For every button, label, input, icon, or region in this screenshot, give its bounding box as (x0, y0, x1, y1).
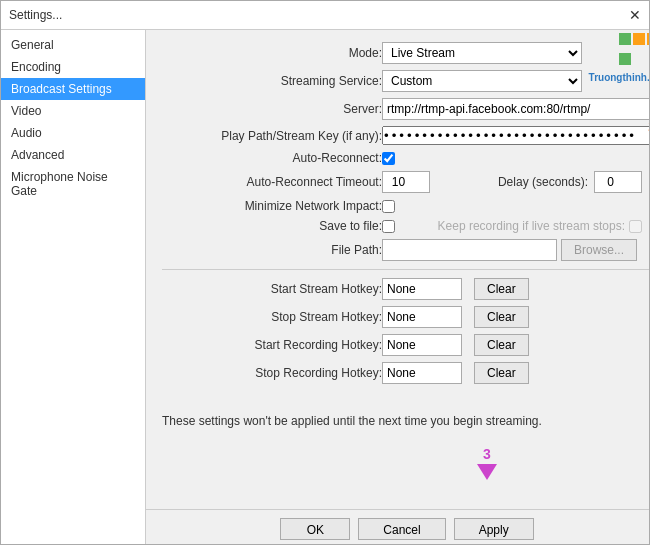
annotation-3: 3 (477, 446, 497, 480)
sidebar-item-general[interactable]: General (1, 34, 145, 56)
save-file-group: Save to file: (162, 219, 438, 233)
timeout-input[interactable] (382, 171, 430, 193)
start-stream-hotkey-input[interactable] (382, 278, 462, 300)
server-control (382, 98, 649, 120)
minimize-network-row: Minimize Network Impact: (162, 199, 649, 213)
sidebar-item-encoding[interactable]: Encoding (1, 56, 145, 78)
annotation-2: 2 (648, 118, 649, 134)
file-path-label: File Path: (162, 243, 382, 257)
annotation-1: 1 (648, 98, 649, 114)
streaming-service-select[interactable]: Custom Twitch YouTube Facebook (382, 70, 582, 92)
cancel-button[interactable]: Cancel (358, 518, 445, 540)
stream-key-row: Play Path/Stream Key (if any): (162, 126, 649, 145)
minimize-network-label: Minimize Network Impact: (162, 199, 382, 213)
sidebar: General Encoding Broadcast Settings Vide… (1, 30, 146, 544)
start-recording-clear-button[interactable]: Clear (474, 334, 529, 356)
server-label: Server: (162, 102, 382, 116)
mode-select[interactable]: Live Stream Record to File (382, 42, 582, 64)
stop-stream-hotkey-input[interactable] (382, 306, 462, 328)
auto-reconnect-label: Auto-Reconnect: (162, 151, 382, 165)
stop-stream-hotkey-label: Stop Stream Hotkey: (162, 310, 382, 324)
stop-stream-clear-button[interactable]: Clear (474, 306, 529, 328)
start-recording-hotkey-label: Start Recording Hotkey: (162, 338, 382, 352)
streaming-service-label: Streaming Service: (162, 74, 382, 88)
browse-button[interactable]: Browse... (561, 239, 637, 261)
timeout-label: Auto-Reconnect Timeout: (162, 175, 382, 189)
start-stream-hotkey-row: Start Stream Hotkey: Clear (162, 278, 649, 300)
stop-recording-clear-button[interactable]: Clear (474, 362, 529, 384)
start-recording-hotkey-input[interactable] (382, 334, 462, 356)
streaming-service-row: Streaming Service: Custom Twitch YouTube… (162, 70, 649, 92)
auto-reconnect-row: Auto-Reconnect: (162, 151, 649, 165)
stop-stream-hotkey-row: Stop Stream Hotkey: Clear (162, 306, 649, 328)
stream-key-label: Play Path/Stream Key (if any): (162, 129, 382, 143)
apply-button[interactable]: Apply (454, 518, 534, 540)
sidebar-item-video[interactable]: Video (1, 100, 145, 122)
mode-control: Live Stream Record to File (382, 42, 649, 64)
timeout-spinbox (382, 171, 430, 193)
title-bar: Settings... ✕ (1, 1, 649, 30)
delay-label: Delay (seconds): (498, 175, 588, 189)
mode-row: Mode: Live Stream Record to File (162, 42, 649, 64)
save-to-file-checkbox[interactable] (382, 220, 395, 233)
timeout-delay-row: Auto-Reconnect Timeout: Delay (seconds): (162, 171, 649, 193)
file-path-input[interactable] (382, 239, 557, 261)
footer-buttons: OK Cancel Apply (146, 509, 649, 544)
server-input[interactable] (382, 98, 649, 120)
timeout-group: Auto-Reconnect Timeout: (162, 171, 498, 193)
auto-reconnect-checkbox[interactable] (382, 152, 395, 165)
stream-key-input[interactable] (382, 126, 649, 145)
stop-recording-hotkey-label: Stop Recording Hotkey: (162, 366, 382, 380)
window-title: Settings... (9, 8, 62, 22)
start-stream-hotkey-label: Start Stream Hotkey: (162, 282, 382, 296)
auto-reconnect-control (382, 152, 649, 165)
minimize-network-control (382, 200, 649, 213)
window-body: General Encoding Broadcast Settings Vide… (1, 30, 649, 544)
sidebar-item-audio[interactable]: Audio (1, 122, 145, 144)
start-stream-clear-button[interactable]: Clear (474, 278, 529, 300)
keep-recording-label: Keep recording if live stream stops: (438, 219, 625, 233)
delay-spinbox (594, 171, 642, 193)
sidebar-item-advanced[interactable]: Advanced (1, 144, 145, 166)
streaming-service-control: Custom Twitch YouTube Facebook (382, 70, 649, 92)
stop-recording-hotkey-control: Clear (382, 362, 649, 384)
ok-button[interactable]: OK (280, 518, 350, 540)
stop-recording-hotkey-row: Stop Recording Hotkey: Clear (162, 362, 649, 384)
keep-recording-checkbox[interactable] (629, 220, 642, 233)
start-stream-hotkey-control: Clear (382, 278, 649, 300)
footer-note: These settings won't be applied until th… (162, 414, 649, 428)
stop-recording-hotkey-input[interactable] (382, 362, 462, 384)
sidebar-item-microphone[interactable]: Microphone Noise Gate (1, 166, 145, 202)
close-button[interactable]: ✕ (629, 7, 641, 23)
server-row: Server: (162, 98, 649, 120)
stream-key-control (382, 126, 649, 145)
save-keep-row: Save to file: Keep recording if live str… (162, 219, 649, 233)
minimize-network-checkbox[interactable] (382, 200, 395, 213)
mode-label: Mode: (162, 46, 382, 60)
file-path-row: File Path: Browse... (162, 239, 649, 261)
keep-recording-group: Keep recording if live stream stops: (438, 219, 649, 233)
main-content: Truongthinh.info 1 2 Mode: Live Stream (146, 30, 649, 509)
file-path-control: Browse... (382, 239, 649, 261)
delay-group: Delay (seconds): (498, 171, 649, 193)
delay-input[interactable] (594, 171, 642, 193)
settings-window: Settings... ✕ General Encoding Broadcast… (0, 0, 650, 545)
start-recording-hotkey-row: Start Recording Hotkey: Clear (162, 334, 649, 356)
save-to-file-label: Save to file: (162, 219, 382, 233)
stop-stream-hotkey-control: Clear (382, 306, 649, 328)
sidebar-item-broadcast[interactable]: Broadcast Settings (1, 78, 145, 100)
start-recording-hotkey-control: Clear (382, 334, 649, 356)
